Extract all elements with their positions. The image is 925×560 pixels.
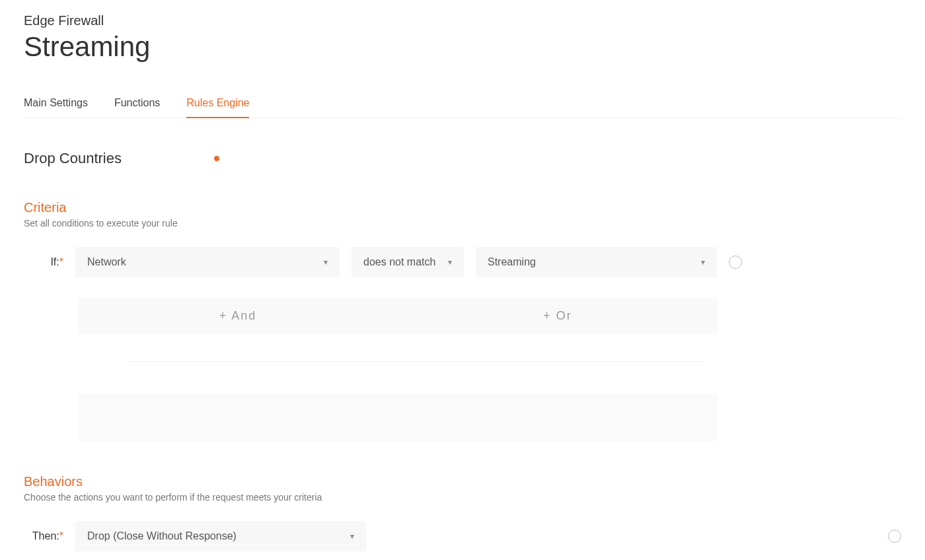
behaviors-heading: Behaviors [24, 474, 901, 489]
chevron-down-icon: ▾ [448, 258, 452, 267]
add-or-button[interactable]: + Or [398, 297, 718, 335]
criteria-variable-value: Network [87, 256, 126, 268]
chevron-down-icon: ▾ [324, 258, 328, 267]
criteria-operator-value: does not match [363, 256, 435, 268]
criteria-variable-select[interactable]: Network ▾ [75, 247, 340, 277]
criteria-value-select[interactable]: Streaming ▾ [476, 247, 717, 277]
criteria-heading: Criteria [24, 200, 901, 215]
tabs: Main Settings Functions Rules Engine [24, 89, 901, 118]
then-label: Then:* [24, 530, 63, 542]
criteria-operator-select[interactable]: does not match ▾ [352, 247, 464, 277]
criteria-description: Set all conditions to execute your rule [24, 218, 901, 228]
tab-rules-engine[interactable]: Rules Engine [186, 89, 249, 118]
criteria-value-text: Streaming [488, 256, 536, 268]
tab-functions[interactable]: Functions [114, 89, 160, 118]
remove-criteria-button[interactable] [729, 256, 742, 269]
status-indicator-icon [214, 156, 219, 161]
tab-main-settings[interactable]: Main Settings [24, 89, 88, 118]
chevron-down-icon: ▾ [701, 258, 705, 267]
remove-behavior-button[interactable] [888, 530, 901, 543]
add-and-button[interactable]: + And [78, 297, 398, 335]
behavior-action-value: Drop (Close Without Response) [87, 530, 237, 542]
chevron-down-icon: ▾ [350, 532, 354, 541]
add-criteria-group-block[interactable] [78, 394, 718, 441]
breadcrumb: Edge Firewall [24, 13, 901, 28]
page-title: Streaming [24, 31, 901, 63]
behavior-action-select[interactable]: Drop (Close Without Response) ▾ [75, 521, 366, 551]
if-label: If:* [24, 256, 63, 268]
rule-name: Drop Countries [24, 150, 122, 167]
behaviors-description: Choose the actions you want to perform i… [24, 492, 901, 503]
divider [130, 361, 704, 362]
